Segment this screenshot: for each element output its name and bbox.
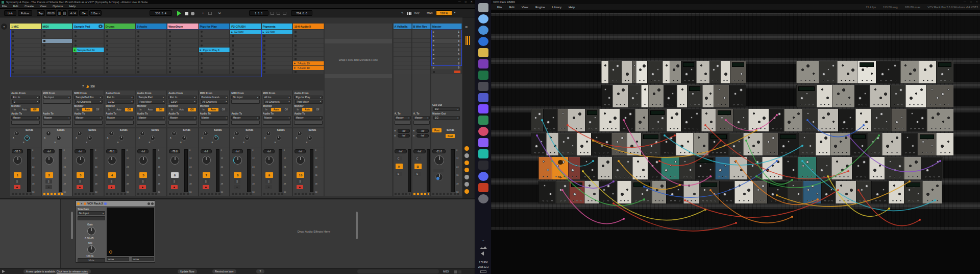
rack-module[interactable]: [538, 181, 556, 203]
input-channel-select[interactable]: 13/14▾: [169, 100, 197, 104]
clip-stop-button[interactable]: [106, 35, 108, 37]
send-a-knob[interactable]: [172, 131, 177, 136]
module-port[interactable]: [900, 200, 901, 201]
release-notes-link[interactable]: Click here for release notes.: [57, 270, 88, 273]
clip-slot[interactable]: [167, 43, 199, 48]
output-routing-select[interactable]: Master▾: [106, 116, 134, 120]
module-knob[interactable]: [792, 185, 794, 187]
module-port[interactable]: [725, 104, 726, 105]
module-knob[interactable]: [929, 64, 933, 67]
module-knob[interactable]: [687, 141, 689, 143]
module-knob[interactable]: [559, 189, 562, 191]
module-port[interactable]: [604, 176, 606, 177]
module-port[interactable]: [860, 200, 861, 201]
clip-slot[interactable]: [293, 34, 324, 39]
input-routing-select[interactable]: No Input▾: [231, 96, 260, 100]
module-knob[interactable]: [883, 189, 885, 191]
return-header-a-valhalla[interactable]: A Valhalla: [394, 24, 412, 29]
module-knob[interactable]: [932, 165, 934, 167]
module-port[interactable]: [655, 104, 657, 105]
module-knob[interactable]: [631, 97, 634, 100]
taskbar-icon-start[interactable]: [478, 3, 488, 12]
module-knob[interactable]: [657, 88, 660, 92]
output-routing-select[interactable]: Master▾: [231, 116, 260, 120]
rack-module[interactable]: [585, 109, 599, 131]
module-port[interactable]: [677, 128, 678, 129]
module-port[interactable]: [886, 104, 887, 105]
rack-module[interactable]: [584, 181, 599, 203]
io-meter-icon[interactable]: [465, 36, 470, 45]
monitor-in-button[interactable]: In: [106, 108, 113, 111]
module-port[interactable]: [680, 152, 681, 153]
module-port[interactable]: [793, 128, 794, 129]
module-knob[interactable]: [809, 145, 812, 147]
clip-slot[interactable]: [262, 61, 293, 66]
module-port[interactable]: [774, 152, 775, 153]
taskbar-icon-camera[interactable]: [478, 82, 488, 91]
crossfade-dashes[interactable]: [295, 193, 315, 195]
module-port[interactable]: [617, 80, 618, 81]
module-port[interactable]: [650, 152, 652, 153]
module-knob[interactable]: [614, 117, 617, 120]
module-knob[interactable]: [718, 88, 720, 90]
module-port[interactable]: [752, 128, 753, 129]
module-port[interactable]: [620, 200, 622, 201]
module-knob[interactable]: [556, 165, 559, 167]
module-port[interactable]: [742, 176, 744, 177]
module-port[interactable]: [788, 128, 790, 129]
clip-slot[interactable]: [73, 52, 104, 57]
plugin-edit-icon[interactable]: [151, 202, 154, 205]
module-knob[interactable]: [604, 64, 606, 66]
module-knob[interactable]: [898, 165, 901, 168]
module-knob[interactable]: [672, 93, 674, 95]
module-port[interactable]: [704, 80, 706, 81]
module-port[interactable]: [904, 80, 906, 81]
monitor-auto-button[interactable]: Auto: [208, 108, 218, 111]
module-knob[interactable]: [848, 97, 850, 99]
pan-knob[interactable]: [170, 156, 179, 165]
pan-knob[interactable]: [45, 156, 54, 165]
mixer-section-toggle-1[interactable]: [464, 153, 469, 158]
module-port[interactable]: [859, 128, 861, 129]
clip-slot[interactable]: [230, 57, 261, 61]
module-port[interactable]: [756, 200, 757, 201]
return-volume-value[interactable]: -Inf: [395, 149, 407, 153]
rack-module[interactable]: [852, 157, 869, 179]
module-port[interactable]: [922, 128, 924, 129]
module-port[interactable]: [774, 176, 775, 177]
module-port[interactable]: [655, 200, 656, 201]
clip-slot[interactable]: [167, 39, 199, 43]
track-activator-button[interactable]: 3: [77, 172, 84, 178]
clip-sample-pad-24[interactable]: ▶Sample Pad 24: [73, 48, 104, 52]
clip-slot[interactable]: [136, 30, 167, 34]
clip-slot[interactable]: [136, 66, 167, 71]
module-knob[interactable]: [743, 117, 745, 119]
clip-stop-button[interactable]: [232, 67, 234, 69]
rack-module[interactable]: [681, 109, 701, 131]
module-knob[interactable]: [908, 189, 911, 191]
module-port[interactable]: [874, 128, 876, 129]
solo-button[interactable]: S: [45, 179, 52, 184]
pan-knob[interactable]: [108, 156, 116, 165]
clip-slot[interactable]: [136, 39, 167, 43]
rack-module[interactable]: [901, 133, 918, 155]
clip-stop-row[interactable]: [199, 70, 230, 74]
clip-slot[interactable]: [10, 43, 41, 48]
module-knob[interactable]: [766, 169, 769, 172]
monitor-auto-button[interactable]: Auto: [19, 108, 30, 111]
module-port[interactable]: [843, 176, 845, 177]
clip-play-icon[interactable]: ▶: [73, 48, 77, 52]
module-knob[interactable]: [909, 73, 912, 75]
module-port[interactable]: [827, 176, 829, 177]
module-knob[interactable]: [656, 189, 658, 191]
rack-module[interactable]: [676, 133, 693, 155]
module-port[interactable]: [794, 176, 795, 177]
module-port[interactable]: [940, 128, 941, 129]
clip-stop-button[interactable]: [169, 58, 171, 60]
module-knob[interactable]: [616, 141, 619, 143]
module-knob[interactable]: [723, 145, 725, 147]
clip-stop-button[interactable]: [106, 58, 108, 60]
clip-stop-button[interactable]: [263, 49, 265, 51]
module-port[interactable]: [712, 128, 713, 129]
module-port[interactable]: [938, 176, 940, 177]
